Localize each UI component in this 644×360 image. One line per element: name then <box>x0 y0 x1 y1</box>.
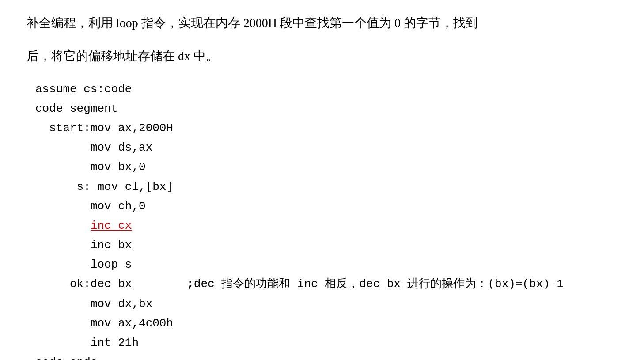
code-line-mov-ax-4c: mov ax,4c00h <box>35 314 617 333</box>
code-line-inc-bx: inc bx <box>35 235 617 255</box>
inc-cx-text: inc cx <box>91 219 132 232</box>
description-line1: 补全编程，利用 loop 指令，实现在内存 2000H 段中查找第一个值为 0 … <box>27 13 617 33</box>
code-line-loop-s: loop s <box>35 255 617 274</box>
code-line-s-mov-cl: s: mov cl,[bx] <box>35 177 617 197</box>
code-line-int-21h: int 21h <box>35 333 617 352</box>
code-block: assume cs:code code segment start:mov ax… <box>35 80 617 360</box>
code-line-mov-dx: mov dx,bx <box>35 294 617 314</box>
code-line-ok-dec-bx: ok:dec bx ;dec 指令的功能和 inc 相反，dec bx 进行的操… <box>35 274 617 294</box>
code-line-start-mov: start:mov ax,2000H <box>35 118 617 138</box>
description: 补全编程，利用 loop 指令，实现在内存 2000H 段中查找第一个值为 0 … <box>27 13 617 66</box>
code-line-assume: assume cs:code <box>35 80 617 99</box>
code-line-mov-bx: mov bx,0 <box>35 157 617 177</box>
code-line-code-ends: code ends <box>35 352 617 360</box>
code-line-mov-ch: mov ch,0 <box>35 197 617 216</box>
code-line-code-segment: code segment <box>35 99 617 118</box>
code-line-mov-ds: mov ds,ax <box>35 138 617 157</box>
code-line-inc-cx: inc cx <box>35 216 617 235</box>
description-line2: 后，将它的偏移地址存储在 dx 中。 <box>27 46 617 66</box>
